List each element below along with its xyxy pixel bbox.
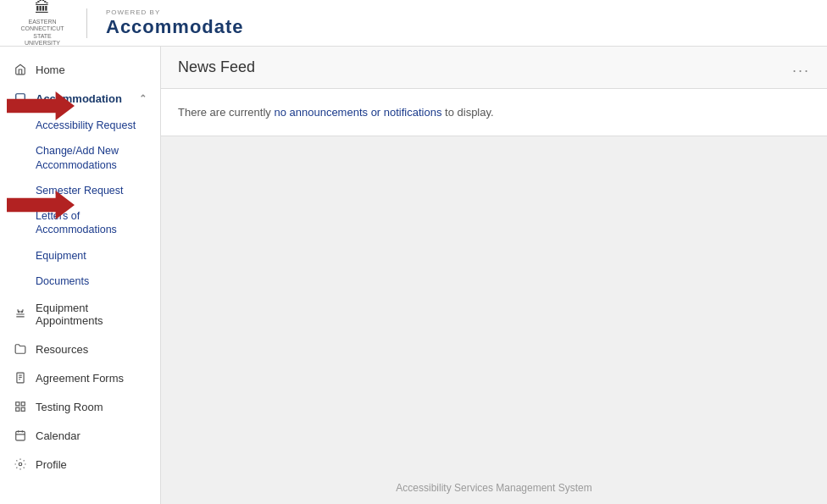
documents-label: Documents (36, 274, 89, 288)
sidebar: Home Accommodation ⌃ Accessibility Reque… (0, 47, 161, 504)
calendar-icon (14, 429, 27, 442)
institution-name: EASTERN CONNECTICUTSTATE UNIVERSITY (17, 19, 68, 47)
app-name: POWERED BY Accommodate (106, 8, 244, 38)
home-icon (14, 63, 27, 76)
semester-request-label: Semester Request (36, 184, 124, 197)
footer-text: Accessibility Services Management System (396, 482, 591, 494)
logo-area: 🏛 EASTERN CONNECTICUTSTATE UNIVERSITY PO… (17, 0, 244, 47)
news-feed-header: News Feed ... (161, 47, 827, 89)
equipment-label: Equipment (36, 249, 86, 263)
empty-suffix: to display. (441, 106, 493, 119)
sidebar-item-agreement-forms[interactable]: Agreement Forms (0, 363, 160, 392)
sidebar-item-agreement-forms-label: Agreement Forms (36, 372, 147, 385)
empty-prefix: There are currently (178, 106, 274, 119)
news-feed-empty-message: There are currently no announcements or … (178, 106, 810, 119)
institution-icon: 🏛 (35, 0, 50, 17)
sidebar-item-testing-room[interactable]: Testing Room (0, 392, 160, 421)
sidebar-item-accommodation-label: Accommodation (36, 92, 130, 105)
empty-highlight: no announcements or notifications (274, 106, 441, 119)
profile-icon (14, 457, 27, 471)
change-add-label: Change/Add New Accommodations (36, 144, 147, 172)
sidebar-item-profile[interactable]: Profile (0, 450, 160, 479)
news-feed-content: There are currently no announcements or … (161, 89, 827, 136)
main-wrapper: Home Accommodation ⌃ Accessibility Reque… (0, 47, 827, 504)
institution-logo: 🏛 EASTERN CONNECTICUTSTATE UNIVERSITY (17, 0, 68, 47)
powered-by: POWERED BY (106, 8, 160, 16)
sidebar-item-profile-label: Profile (36, 458, 147, 471)
sidebar-item-calendar[interactable]: Calendar (0, 421, 160, 450)
subitem-letters-of-accommodations[interactable]: Letters of Accommodations (0, 203, 160, 243)
accommodation-icon (14, 91, 27, 105)
sidebar-item-equipment-appointments-label: Equipment Appointments (36, 302, 147, 327)
resources-icon (14, 342, 27, 356)
sidebar-item-home[interactable]: Home (0, 55, 160, 84)
subitem-change-add-accommodations[interactable]: Change/Add New Accommodations (0, 138, 160, 178)
sidebar-item-testing-room-label: Testing Room (36, 401, 147, 413)
accommodation-chevron: ⌃ (139, 93, 147, 104)
svg-rect-8 (16, 407, 19, 411)
equipment-appointments-icon (14, 307, 27, 321)
sidebar-item-accommodation[interactable]: Accommodation ⌃ (0, 84, 160, 113)
content-area: News Feed ... There are currently no ann… (161, 47, 827, 504)
accessibility-request-label: Accessibility Request (36, 119, 136, 132)
app-title: Accommodate (106, 16, 244, 38)
subitem-semester-request[interactable]: Semester Request (0, 178, 160, 203)
svg-rect-7 (21, 402, 25, 406)
letters-label: Letters of Accommodations (36, 209, 147, 237)
agreement-forms-icon (14, 371, 27, 385)
sidebar-item-resources[interactable]: Resources (0, 335, 160, 363)
testing-room-icon (14, 400, 27, 413)
subitem-accessibility-request[interactable]: Accessibility Request (0, 113, 160, 138)
subitem-equipment[interactable]: Equipment (0, 243, 160, 269)
content-rest: Accessibility Services Management System (161, 136, 827, 504)
app-header: 🏛 EASTERN CONNECTICUTSTATE UNIVERSITY PO… (0, 0, 827, 47)
accommodation-submenu: Accessibility Request Change/Add New Acc… (0, 113, 160, 294)
subitem-documents[interactable]: Documents (0, 269, 160, 294)
news-feed-more-button[interactable]: ... (792, 58, 810, 76)
header-divider (86, 8, 87, 38)
svg-rect-6 (16, 402, 19, 406)
svg-rect-9 (21, 407, 25, 411)
sidebar-item-equipment-appointments[interactable]: Equipment Appointments (0, 294, 160, 335)
sidebar-item-resources-label: Resources (36, 343, 147, 356)
sidebar-item-calendar-label: Calendar (36, 429, 147, 442)
svg-point-14 (19, 462, 22, 466)
news-feed-title: News Feed (178, 58, 255, 76)
svg-rect-10 (16, 431, 25, 440)
sidebar-item-home-label: Home (36, 64, 147, 76)
